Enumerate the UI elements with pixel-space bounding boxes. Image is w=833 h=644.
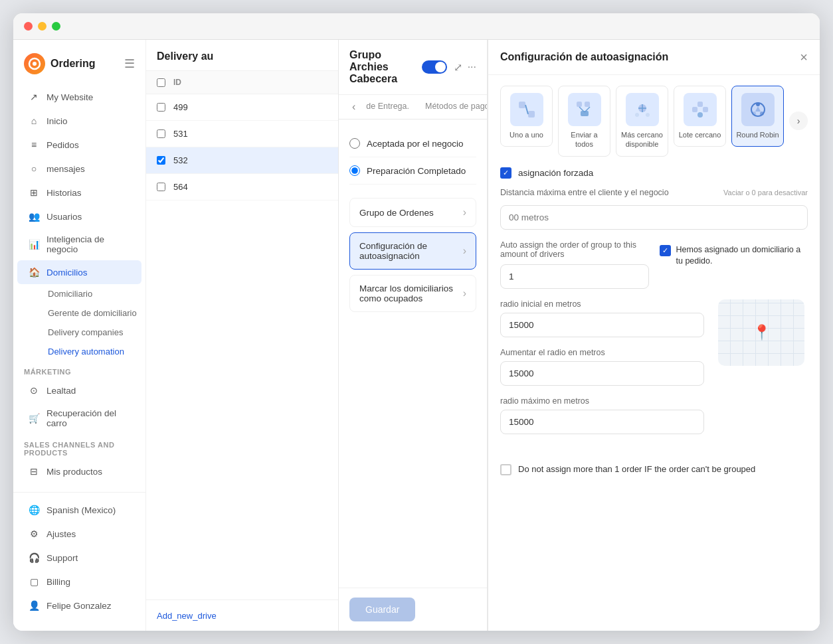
menu-option-grupo-label: Grupo de Ordenes	[359, 208, 463, 218]
svg-rect-13	[692, 107, 697, 112]
detail-title: Grupo Archies Cabecera	[349, 49, 415, 85]
row-checkbox[interactable]	[157, 129, 165, 138]
menu-option-config-label: Configuración de autoasignación	[359, 241, 463, 261]
initial-radio-label: radio inicial en metros	[500, 299, 704, 309]
menu-option-grupo[interactable]: Grupo de Ordenes ›	[349, 198, 476, 227]
method-card-round-robin[interactable]: Round Robin	[731, 86, 784, 147]
method-card-mas-cercano-label: Más cercano disponible	[620, 130, 664, 149]
sidebar-item-delivery-automation[interactable]: Delivery automation	[43, 342, 145, 361]
select-all-checkbox[interactable]	[157, 78, 165, 87]
initial-radio-group: radio inicial en metros	[500, 299, 704, 337]
sidebar-item-support[interactable]: 🎧 Support	[17, 546, 141, 570]
close-button[interactable]	[24, 22, 33, 31]
method-card-lote-cercano-label: Lote cercano	[679, 130, 721, 139]
add-new-driver-link[interactable]: Add_new_drive	[157, 611, 217, 621]
row-checkbox[interactable]	[157, 156, 165, 165]
more-options-icon[interactable]: ···	[468, 61, 476, 74]
map-pin-icon: 📍	[753, 324, 771, 341]
svg-point-11	[635, 113, 639, 117]
tabs-prev-icon[interactable]: ‹	[349, 98, 358, 116]
radio-preparacion[interactable]	[349, 165, 360, 176]
sidebar-item-delivery-companies[interactable]: Delivery companies	[43, 323, 145, 342]
sidebar-item-ajustes[interactable]: ⚙ Ajustes	[17, 522, 141, 546]
sidebar-item-billing[interactable]: ▢ Billing	[17, 570, 141, 594]
save-button[interactable]: Guardar	[349, 598, 415, 621]
option-row-aceptada[interactable]: Aceptada por el negocio	[349, 130, 476, 157]
menu-option-config[interactable]: Configuración de autoasignación ›	[349, 232, 476, 270]
sidebar-submenu-domicilios: Domiciliario Gerente de domiciliario Del…	[13, 284, 145, 361]
chevron-right-icon: ›	[463, 287, 466, 299]
sidebar-item-historias[interactable]: ⊞ Historias	[17, 181, 141, 204]
enabled-toggle[interactable]	[422, 60, 447, 74]
maximize-button[interactable]	[52, 22, 60, 31]
tab-entrega[interactable]: de Entrega.	[358, 95, 417, 119]
sidebar-item-domicilios[interactable]: 🏠 Domicilios	[17, 260, 141, 284]
sidebar-item-mensajes[interactable]: ○ mensajes	[17, 157, 141, 181]
sidebar-item-lealtad[interactable]: ⊙ Lealtad	[17, 378, 141, 402]
table-row[interactable]: 499	[146, 94, 338, 121]
menu-option-marcar[interactable]: Marcar los domiciliarios como ocupados ›	[349, 275, 476, 312]
row-id: 499	[173, 102, 188, 112]
no-group-checkbox[interactable]	[500, 464, 511, 475]
sidebar-item-domiciliario[interactable]: Domiciliario	[43, 284, 145, 303]
map-preview-container: 📍	[715, 299, 808, 366]
sidebar-item-inicio[interactable]: ⌂ Inicio	[17, 109, 141, 133]
method-card-enviar-todos-label: Enviar a todos	[563, 130, 606, 149]
max-distance-input[interactable]	[500, 205, 808, 230]
headset-icon: 🎧	[28, 552, 40, 564]
chevron-right-icon: ›	[463, 206, 466, 218]
map-preview: 📍	[718, 299, 804, 366]
method-card-mas-cercano[interactable]: Más cercano disponible	[616, 86, 668, 157]
max-radio-input[interactable]	[500, 410, 704, 434]
svg-rect-6	[585, 102, 590, 107]
sidebar-item-mis-productos[interactable]: ⊟ Mis productos	[17, 459, 141, 483]
forced-assignment-label: asignación forzada	[518, 168, 593, 178]
tab-metodos[interactable]: Métodos de pago	[417, 95, 487, 119]
table-row-selected[interactable]: 532	[146, 147, 338, 174]
method-card-uno-a-uno[interactable]: Uno a uno	[500, 86, 553, 147]
method-card-lote-cercano[interactable]: Lote cercano	[674, 86, 726, 147]
method-card-enviar-todos[interactable]: Enviar a todos	[558, 86, 610, 157]
table-row[interactable]: 531	[146, 121, 338, 147]
sidebar-item-recuperacion[interactable]: 🛒 Recuperación del carro	[17, 402, 141, 434]
auto-assign-input[interactable]	[500, 264, 649, 289]
chat-icon: ○	[28, 163, 40, 175]
sidebar-item-my-website[interactable]: ↗ My Website	[17, 85, 141, 109]
initial-radio-input[interactable]	[500, 313, 704, 337]
globe-icon: 🌐	[28, 504, 40, 516]
sidebar-item-pedidos[interactable]: ≡ Pedidos	[17, 133, 141, 157]
max-distance-group: Distancia máxima entre el cliente y el n…	[500, 188, 808, 230]
table-row[interactable]: 564	[146, 174, 338, 201]
menu-option-marcar-label: Marcar los domiciliarios como ocupados	[359, 283, 463, 303]
option-row-preparacion[interactable]: Preparación Completado	[349, 157, 476, 185]
svg-point-18	[756, 102, 760, 106]
method-cards: Uno a uno	[500, 86, 808, 157]
close-icon[interactable]: ×	[800, 50, 808, 64]
max-distance-hint: Vaciar o 0 para desactivar	[723, 189, 808, 197]
sidebar-item-usuarios[interactable]: 👥 Usuarios	[17, 204, 141, 228]
sidebar-toggle-icon[interactable]: ☰	[124, 56, 135, 71]
row-checkbox[interactable]	[157, 103, 165, 112]
svg-point-20	[752, 112, 756, 116]
marketing-section-label: MÁRKETING	[13, 361, 145, 378]
products-icon: ⊟	[28, 465, 40, 477]
assigned-message-checkbox[interactable]: ✓	[660, 245, 671, 256]
auto-assign-right: ✓ Hemos asignado un domiciliario a tu pe…	[660, 240, 808, 268]
increase-radio-input[interactable]	[500, 361, 704, 386]
row-checkbox[interactable]	[157, 183, 165, 191]
svg-rect-5	[577, 102, 582, 107]
main-area: Delivery au ID 499 531	[146, 40, 820, 631]
sidebar-item-user[interactable]: 👤 Felipe Gonzalez	[17, 594, 141, 617]
forced-assignment-checkbox[interactable]: ✓	[500, 167, 511, 179]
radio-aceptada[interactable]	[349, 138, 360, 149]
sidebar-nav: ↗ My Website ⌂ Inicio ≡ Pedidos ○ mensaj…	[13, 85, 145, 492]
expand-icon[interactable]: ⤢	[454, 61, 462, 74]
sidebar-item-gerente[interactable]: Gerente de domiciliario	[43, 303, 145, 323]
method-cards-next-icon[interactable]: ›	[789, 112, 808, 130]
app-body: Ordering ☰ ↗ My Website ⌂ Inicio ≡ Pedid…	[13, 40, 820, 631]
forced-assignment-row: ✓ asignación forzada	[500, 167, 808, 179]
sidebar: Ordering ☰ ↗ My Website ⌂ Inicio ≡ Pedid…	[13, 40, 146, 631]
minimize-button[interactable]	[38, 22, 46, 31]
sidebar-item-language[interactable]: 🌐 Spanish (Mexico)	[17, 498, 141, 522]
sidebar-item-inteligencia[interactable]: 📊 Inteligencia de negocio	[17, 228, 141, 260]
